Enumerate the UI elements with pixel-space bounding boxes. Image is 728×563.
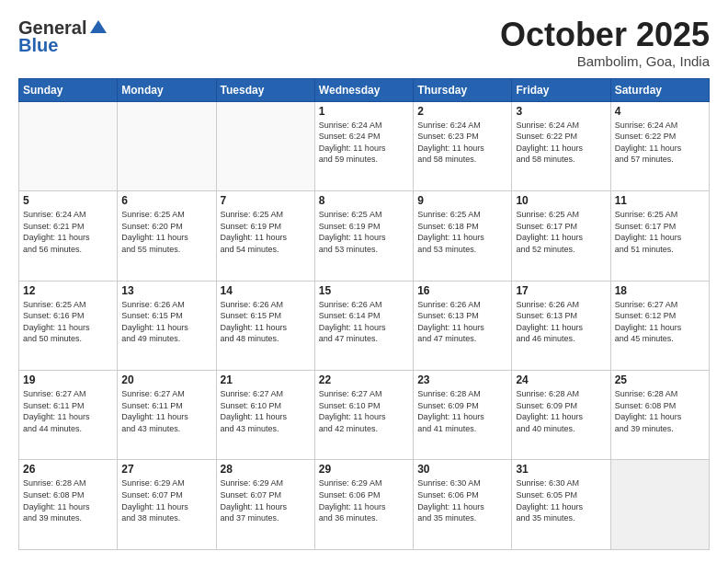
day-number: 24 [516, 373, 606, 386]
day-info: Sunrise: 6:28 AM Sunset: 6:08 PM Dayligh… [23, 477, 113, 523]
day-number: 15 [319, 284, 409, 297]
day-number: 20 [121, 373, 211, 386]
title-block: October 2025 Bambolim, Goa, India [500, 17, 710, 69]
calendar-cell: 20Sunrise: 6:27 AM Sunset: 6:11 PM Dayli… [118, 371, 216, 460]
day-number: 22 [319, 373, 409, 386]
calendar-cell [118, 101, 216, 190]
day-info: Sunrise: 6:25 AM Sunset: 6:17 PM Dayligh… [516, 209, 606, 255]
day-number: 4 [615, 105, 705, 118]
calendar-cell: 14Sunrise: 6:26 AM Sunset: 6:15 PM Dayli… [216, 281, 314, 370]
page: General Blue October 2025 Bambolim, Goa,… [0, 0, 728, 563]
day-info: Sunrise: 6:24 AM Sunset: 6:22 PM Dayligh… [615, 120, 705, 166]
day-number: 27 [121, 463, 211, 476]
day-number: 5 [23, 194, 113, 207]
logo-icon [88, 17, 108, 37]
calendar-cell: 10Sunrise: 6:25 AM Sunset: 6:17 PM Dayli… [512, 191, 610, 281]
calendar-cell: 18Sunrise: 6:27 AM Sunset: 6:12 PM Dayli… [610, 281, 709, 370]
calendar-cell: 2Sunrise: 6:24 AM Sunset: 6:23 PM Daylig… [414, 101, 512, 190]
calendar-cell: 22Sunrise: 6:27 AM Sunset: 6:10 PM Dayli… [314, 371, 413, 460]
day-number: 3 [516, 105, 606, 118]
calendar-cell: 6Sunrise: 6:25 AM Sunset: 6:20 PM Daylig… [118, 191, 216, 281]
calendar-cell [610, 460, 709, 550]
calendar-cell: 21Sunrise: 6:27 AM Sunset: 6:10 PM Dayli… [216, 371, 314, 460]
calendar-cell: 9Sunrise: 6:25 AM Sunset: 6:18 PM Daylig… [414, 191, 512, 281]
day-info: Sunrise: 6:24 AM Sunset: 6:21 PM Dayligh… [23, 209, 113, 255]
calendar-week-row: 12Sunrise: 6:25 AM Sunset: 6:16 PM Dayli… [19, 281, 710, 370]
calendar-cell: 30Sunrise: 6:30 AM Sunset: 6:06 PM Dayli… [414, 460, 512, 550]
calendar-cell [216, 101, 314, 190]
location-subtitle: Bambolim, Goa, India [500, 53, 710, 69]
header: General Blue October 2025 Bambolim, Goa,… [18, 17, 710, 69]
day-number: 17 [516, 284, 606, 297]
day-number: 9 [417, 194, 507, 207]
day-number: 6 [121, 194, 211, 207]
day-info: Sunrise: 6:26 AM Sunset: 6:14 PM Dayligh… [319, 299, 409, 345]
day-number: 8 [319, 194, 409, 207]
day-number: 10 [516, 194, 606, 207]
month-title: October 2025 [500, 17, 710, 53]
day-number: 7 [221, 194, 311, 207]
day-info: Sunrise: 6:30 AM Sunset: 6:05 PM Dayligh… [516, 477, 606, 523]
day-of-week-header: Sunday [19, 78, 118, 101]
day-info: Sunrise: 6:27 AM Sunset: 6:12 PM Dayligh… [615, 299, 705, 345]
calendar-cell: 8Sunrise: 6:25 AM Sunset: 6:19 PM Daylig… [314, 191, 413, 281]
day-number: 18 [615, 284, 705, 297]
day-info: Sunrise: 6:27 AM Sunset: 6:11 PM Dayligh… [121, 388, 211, 434]
calendar-cell: 4Sunrise: 6:24 AM Sunset: 6:22 PM Daylig… [610, 101, 709, 190]
calendar-cell [19, 101, 118, 190]
day-number: 25 [615, 373, 705, 386]
day-info: Sunrise: 6:26 AM Sunset: 6:13 PM Dayligh… [516, 299, 606, 345]
calendar-table: SundayMondayTuesdayWednesdayThursdayFrid… [18, 78, 710, 550]
day-info: Sunrise: 6:25 AM Sunset: 6:19 PM Dayligh… [221, 209, 311, 255]
day-info: Sunrise: 6:26 AM Sunset: 6:15 PM Dayligh… [221, 299, 311, 345]
day-info: Sunrise: 6:28 AM Sunset: 6:09 PM Dayligh… [516, 388, 606, 434]
calendar-cell: 28Sunrise: 6:29 AM Sunset: 6:07 PM Dayli… [216, 460, 314, 550]
calendar-cell: 19Sunrise: 6:27 AM Sunset: 6:11 PM Dayli… [19, 371, 118, 460]
day-number: 2 [417, 105, 507, 118]
calendar-cell: 27Sunrise: 6:29 AM Sunset: 6:07 PM Dayli… [118, 460, 216, 550]
day-info: Sunrise: 6:27 AM Sunset: 6:10 PM Dayligh… [319, 388, 409, 434]
day-info: Sunrise: 6:28 AM Sunset: 6:09 PM Dayligh… [417, 388, 507, 434]
day-number: 29 [319, 463, 409, 476]
day-info: Sunrise: 6:25 AM Sunset: 6:16 PM Dayligh… [23, 299, 113, 345]
day-number: 14 [221, 284, 311, 297]
day-info: Sunrise: 6:27 AM Sunset: 6:10 PM Dayligh… [221, 388, 311, 434]
day-number: 11 [615, 194, 705, 207]
day-of-week-header: Tuesday [216, 78, 314, 101]
calendar-cell: 25Sunrise: 6:28 AM Sunset: 6:08 PM Dayli… [610, 371, 709, 460]
day-info: Sunrise: 6:30 AM Sunset: 6:06 PM Dayligh… [417, 477, 507, 523]
day-number: 19 [23, 373, 113, 386]
day-info: Sunrise: 6:26 AM Sunset: 6:13 PM Dayligh… [417, 299, 507, 345]
day-info: Sunrise: 6:28 AM Sunset: 6:08 PM Dayligh… [615, 388, 705, 434]
day-number: 1 [319, 105, 409, 118]
calendar-week-row: 26Sunrise: 6:28 AM Sunset: 6:08 PM Dayli… [19, 460, 710, 550]
day-info: Sunrise: 6:26 AM Sunset: 6:15 PM Dayligh… [121, 299, 211, 345]
day-number: 31 [516, 463, 606, 476]
day-number: 26 [23, 463, 113, 476]
calendar-cell: 11Sunrise: 6:25 AM Sunset: 6:17 PM Dayli… [610, 191, 709, 281]
calendar-cell: 23Sunrise: 6:28 AM Sunset: 6:09 PM Dayli… [414, 371, 512, 460]
svg-marker-0 [90, 20, 107, 33]
calendar-cell: 5Sunrise: 6:24 AM Sunset: 6:21 PM Daylig… [19, 191, 118, 281]
calendar-week-row: 5Sunrise: 6:24 AM Sunset: 6:21 PM Daylig… [19, 191, 710, 281]
day-of-week-header: Saturday [610, 78, 709, 101]
logo: General Blue [18, 17, 108, 56]
calendar-cell: 12Sunrise: 6:25 AM Sunset: 6:16 PM Dayli… [19, 281, 118, 370]
day-number: 16 [417, 284, 507, 297]
calendar-cell: 24Sunrise: 6:28 AM Sunset: 6:09 PM Dayli… [512, 371, 610, 460]
day-number: 30 [417, 463, 507, 476]
day-of-week-header: Friday [512, 78, 610, 101]
day-info: Sunrise: 6:29 AM Sunset: 6:06 PM Dayligh… [319, 477, 409, 523]
day-number: 12 [23, 284, 113, 297]
day-number: 28 [221, 463, 311, 476]
day-number: 13 [121, 284, 211, 297]
calendar-cell: 29Sunrise: 6:29 AM Sunset: 6:06 PM Dayli… [314, 460, 413, 550]
calendar-cell: 15Sunrise: 6:26 AM Sunset: 6:14 PM Dayli… [314, 281, 413, 370]
calendar-week-row: 19Sunrise: 6:27 AM Sunset: 6:11 PM Dayli… [19, 371, 710, 460]
calendar-cell: 3Sunrise: 6:24 AM Sunset: 6:22 PM Daylig… [512, 101, 610, 190]
day-info: Sunrise: 6:24 AM Sunset: 6:23 PM Dayligh… [417, 120, 507, 166]
day-number: 23 [417, 373, 507, 386]
calendar-cell: 7Sunrise: 6:25 AM Sunset: 6:19 PM Daylig… [216, 191, 314, 281]
calendar-cell: 31Sunrise: 6:30 AM Sunset: 6:05 PM Dayli… [512, 460, 610, 550]
calendar-week-row: 1Sunrise: 6:24 AM Sunset: 6:24 PM Daylig… [19, 101, 710, 190]
